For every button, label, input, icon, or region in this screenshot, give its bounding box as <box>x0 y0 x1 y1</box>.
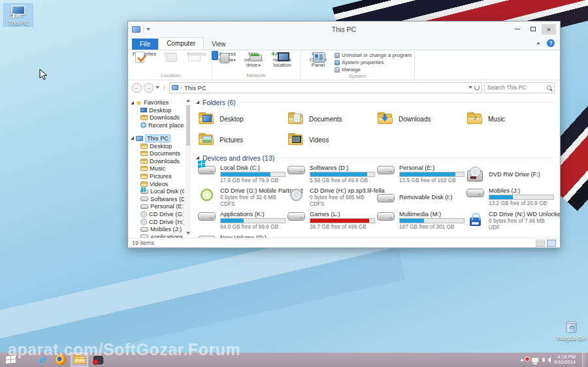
network-icon[interactable] <box>532 358 538 362</box>
disc-icon <box>286 187 306 201</box>
taskbar-firefox[interactable] <box>52 353 69 367</box>
nav-item-personal-e[interactable]: Personal (E:) <box>131 203 184 211</box>
nav-item-music[interactable]: Music <box>131 165 184 173</box>
nav-item-pictures[interactable]: Pictures <box>131 172 184 180</box>
taskbar-media-app[interactable] <box>90 353 107 367</box>
drive-info: Multimedia (M:)187 GB free of 301 GB <box>399 210 465 230</box>
tab-file[interactable]: File <box>132 39 158 50</box>
search-input[interactable] <box>487 84 545 91</box>
desktop-icon-recycle-bin[interactable]: Recycle Bin <box>557 321 587 342</box>
nav-favorites-root[interactable]: Favorites <box>131 99 184 106</box>
nav-item-applications-k[interactable]: Applications (K:) <box>131 233 184 238</box>
tree-collapse-icon[interactable] <box>131 136 134 140</box>
folders-group-header[interactable]: Folders (6) <box>196 97 557 107</box>
drive-tile-personal-e[interactable]: Personal (E:)13.5 GB free of 102 GB <box>375 164 465 184</box>
maximize-button[interactable] <box>526 24 540 35</box>
folder-tile-music[interactable]: Music <box>465 108 554 129</box>
address-dropdown-icon[interactable] <box>468 86 472 89</box>
search-box[interactable] <box>484 82 555 93</box>
nav-this-pc-root[interactable]: This PC <box>131 135 184 142</box>
nav-item-cd-drive-g-mo[interactable]: CD Drive (G:) Mo <box>131 210 184 218</box>
recent-locations-icon[interactable] <box>155 86 159 89</box>
ribbon-button-properties[interactable]: Properties <box>132 51 157 57</box>
drive-tile-applications-k[interactable]: Applications (K:)64.0 GB free of 99.9 GB <box>196 210 286 231</box>
ribbon-button-open-control-panel[interactable]: Open Control Panel <box>303 51 333 69</box>
ribbon-button-access-media[interactable]: Access media <box>215 51 240 63</box>
show-hidden-icons-chevron[interactable] <box>520 359 524 361</box>
scroll-up-icon[interactable] <box>186 99 190 102</box>
tiles-view-button[interactable] <box>547 240 556 247</box>
drive-tile-mobiles-j[interactable]: Mobiles (J:)13.2 GB free of 20.9 GB <box>465 187 554 207</box>
drive-subtext: UDF <box>489 225 560 231</box>
folder-tile-videos[interactable]: Videos <box>286 129 375 150</box>
drive-tile-softwares-d[interactable]: Softwares (D:)5.58 GB free of 49.9 GB <box>286 164 375 184</box>
drive-tile-games-l[interactable]: Games (L:)39.7 GB free of 499 GB <box>286 210 375 231</box>
ribbon-item-manage[interactable]: Manage <box>335 66 412 73</box>
nav-item-local-disk-c[interactable]: Local Disk (C:) <box>131 187 184 195</box>
group-collapse-icon[interactable] <box>196 101 199 104</box>
folder-tile-pictures[interactable]: Pictures <box>196 129 286 150</box>
minimize-button[interactable] <box>510 24 525 35</box>
folder-tile-downloads[interactable]: Downloads <box>375 108 465 129</box>
close-button[interactable]: × <box>542 24 556 35</box>
drive-tile-dvd-rw-drive-f[interactable]: DVD RW Drive (F:) <box>465 164 554 184</box>
taskbar-clock[interactable]: 4:16 PM 9/10/2014 <box>551 355 578 366</box>
scroll-down-icon[interactable] <box>186 232 190 234</box>
nav-item-desktop[interactable]: Desktop <box>131 142 184 150</box>
search-icon[interactable] <box>547 86 551 90</box>
collapse-ribbon-icon[interactable] <box>536 42 540 44</box>
ribbon-group-location: PropertiesOpenRenameLocation <box>129 50 212 80</box>
ribbon-button-map-network-drive[interactable]: Map network drive <box>241 51 266 69</box>
ribbon-item-uninstall-or-change-a-program[interactable]: Uninstall or change a program <box>335 52 412 59</box>
breadcrumb[interactable]: › This PC <box>169 82 482 93</box>
nav-item-cd-drive-h-xp-s[interactable]: CD Drive (H:) xp.s <box>131 218 184 226</box>
folder-tile-documents[interactable]: Documents <box>286 108 375 129</box>
group-collapse-icon[interactable] <box>196 156 199 159</box>
back-button[interactable]: ← <box>132 83 142 93</box>
tab-computer[interactable]: Computer <box>158 37 204 50</box>
show-desktop-button[interactable] <box>582 353 585 367</box>
nav-item-downloads[interactable]: Downloads <box>131 157 184 165</box>
quick-access-toolbar[interactable] <box>128 25 226 33</box>
desktop-icon-this-pc[interactable]: This PC <box>3 3 33 27</box>
folder-name: Downloads <box>399 116 431 123</box>
scrollbar-thumb[interactable] <box>186 105 190 146</box>
drive-tile-local-disk-c[interactable]: Local Disk (C:)17.6 GB free of 79.9 GB <box>196 164 286 184</box>
nav-item-videos[interactable]: Videos <box>131 180 184 188</box>
qat-customize-icon[interactable] <box>146 28 150 31</box>
drives-group-header[interactable]: Devices and drives (13) <box>196 153 557 163</box>
help-icon[interactable]: ? <box>547 39 555 47</box>
taskbar-internet-explorer[interactable]: e <box>33 353 50 367</box>
drive-tile-cd-drive-g-mobile-partner-2[interactable]: CD Drive (G:) Mobile Partner 20 bytes fr… <box>196 187 286 207</box>
nav-item-documents[interactable]: Documents <box>131 150 184 157</box>
title-bar[interactable]: This PC × <box>128 22 560 37</box>
breadcrumb-location[interactable]: This PC <box>184 84 206 91</box>
up-button[interactable]: ↑ <box>161 84 167 91</box>
drive-tile-multimedia-m[interactable]: Multimedia (M:)187 GB free of 301 GB <box>375 210 465 231</box>
nav-item-softwares-d[interactable]: Softwares (D:) <box>131 195 184 203</box>
drive-name: DVD RW Drive (F:) <box>489 171 540 178</box>
refresh-icon[interactable] <box>474 85 480 90</box>
drive-name: CD Drive (H:) xp.sp3.lil-fella <box>310 187 385 194</box>
nav-item-recent-places[interactable]: Recent places <box>131 121 184 129</box>
nav-scrollbar[interactable] <box>186 97 191 236</box>
ribbon-button-add-a-network-location[interactable]: Add a network location <box>267 51 297 69</box>
folder-tile-desktop[interactable]: Desktop <box>196 108 286 129</box>
drive-subtext: 187 GB free of 301 GB <box>399 224 465 230</box>
tab-view[interactable]: View <box>204 39 234 50</box>
volume-icon[interactable] <box>542 358 545 362</box>
start-button[interactable] <box>0 353 22 367</box>
hdd-sys-icon <box>196 164 217 174</box>
drive-tile-cd-drive-h-xp-sp3-lil-fella[interactable]: CD Drive (H:) xp.sp3.lil-fella0 bytes fr… <box>286 187 375 207</box>
nav-item-mobiles-j[interactable]: Mobiles (J:) <box>131 225 184 233</box>
nav-item-downloads[interactable]: Downloads <box>131 114 184 122</box>
taskbar-file-explorer[interactable] <box>71 353 88 367</box>
drive-tile-cd-drive-n-wd-unlocker[interactable]: CD Drive (N:) WD Unlocker0 bytes free of… <box>465 210 554 231</box>
details-view-button[interactable] <box>536 240 545 247</box>
fold-icon <box>140 144 148 149</box>
tree-collapse-icon[interactable] <box>131 101 134 104</box>
drive-tile-removable-disk-i[interactable]: Removable Disk (I:) <box>375 187 465 207</box>
forward-button[interactable]: → <box>144 83 154 93</box>
nav-item-desktop[interactable]: Desktop <box>131 106 184 114</box>
ribbon-item-system-properties[interactable]: System properties <box>335 59 412 66</box>
